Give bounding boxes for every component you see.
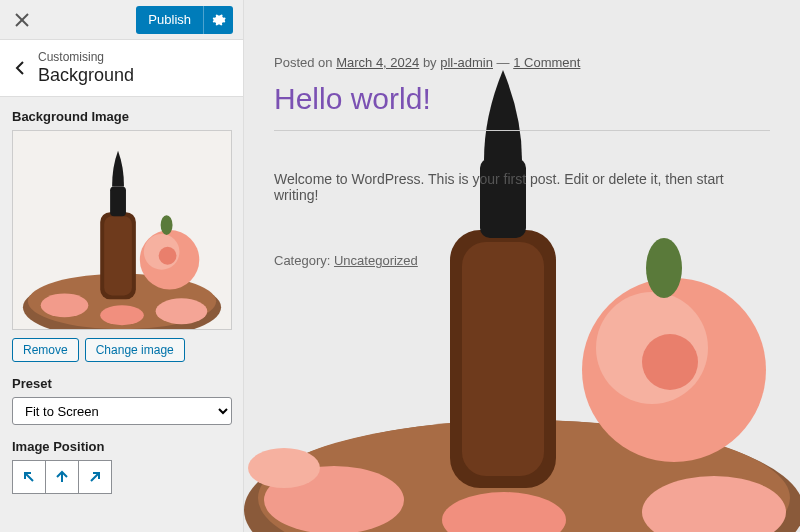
meta-prefix: Posted on bbox=[274, 55, 336, 70]
post-meta: Posted on March 4, 2024 by pll-admin — 1… bbox=[274, 55, 770, 70]
post-author-link[interactable]: pll-admin bbox=[440, 55, 493, 70]
post-date-link[interactable]: March 4, 2024 bbox=[336, 55, 419, 70]
back-button[interactable] bbox=[4, 60, 38, 76]
svg-point-21 bbox=[248, 448, 320, 488]
post-category-link[interactable]: Uncategorized bbox=[334, 253, 418, 268]
post-category: Category: Uncategorized bbox=[274, 253, 770, 268]
top-bar: Publish bbox=[0, 0, 243, 40]
change-image-button[interactable]: Change image bbox=[85, 338, 185, 362]
panel-body: Background Image Remove Change im bbox=[0, 97, 243, 532]
position-label: Image Position bbox=[12, 439, 231, 454]
cat-prefix: Category: bbox=[274, 253, 334, 268]
image-position-grid bbox=[12, 460, 231, 494]
remove-image-button[interactable]: Remove bbox=[12, 338, 79, 362]
meta-dash: — bbox=[493, 55, 513, 70]
svg-point-6 bbox=[156, 298, 208, 324]
publish-settings-button[interactable] bbox=[203, 6, 233, 34]
position-top-center[interactable] bbox=[45, 460, 79, 494]
svg-rect-13 bbox=[104, 216, 132, 295]
publish-button[interactable]: Publish bbox=[136, 6, 203, 34]
position-top-right[interactable] bbox=[78, 460, 112, 494]
close-button[interactable] bbox=[0, 0, 44, 40]
preset-select[interactable]: Fit to Screen bbox=[12, 397, 232, 425]
section-breadcrumb: Customising bbox=[38, 50, 134, 64]
post-body-text: Welcome to WordPress. This is your first… bbox=[274, 171, 770, 203]
bg-image-label: Background Image bbox=[12, 109, 231, 124]
section-titles: Customising Background bbox=[38, 50, 134, 86]
svg-point-7 bbox=[100, 305, 144, 325]
svg-point-24 bbox=[642, 334, 698, 390]
svg-rect-14 bbox=[110, 186, 126, 216]
site-preview: Posted on March 4, 2024 by pll-admin — 1… bbox=[244, 0, 800, 532]
by-word: by bbox=[419, 55, 440, 70]
svg-point-11 bbox=[161, 215, 173, 235]
section-title: Background bbox=[38, 65, 134, 86]
svg-point-10 bbox=[159, 247, 177, 265]
svg-rect-27 bbox=[462, 242, 544, 476]
post-divider bbox=[274, 130, 770, 131]
bg-image-preview[interactable] bbox=[12, 130, 232, 330]
gear-icon bbox=[212, 13, 226, 27]
post-comments-link[interactable]: 1 Comment bbox=[513, 55, 580, 70]
svg-point-5 bbox=[41, 293, 89, 317]
arrow-up-right-icon bbox=[87, 469, 103, 485]
preset-label: Preset bbox=[12, 376, 231, 391]
chevron-left-icon bbox=[13, 60, 29, 76]
post-title[interactable]: Hello world! bbox=[274, 82, 770, 116]
arrow-up-left-icon bbox=[21, 469, 37, 485]
publish-group: Publish bbox=[136, 6, 233, 34]
position-top-left[interactable] bbox=[12, 460, 46, 494]
section-header: Customising Background bbox=[0, 40, 243, 97]
close-icon bbox=[15, 13, 29, 27]
post-content: Posted on March 4, 2024 by pll-admin — 1… bbox=[244, 0, 800, 268]
bg-thumbnail-image bbox=[13, 131, 231, 329]
arrow-up-icon bbox=[54, 469, 70, 485]
image-button-row: Remove Change image bbox=[12, 338, 231, 362]
customizer-sidebar: Publish Customising Background Backgroun… bbox=[0, 0, 244, 532]
